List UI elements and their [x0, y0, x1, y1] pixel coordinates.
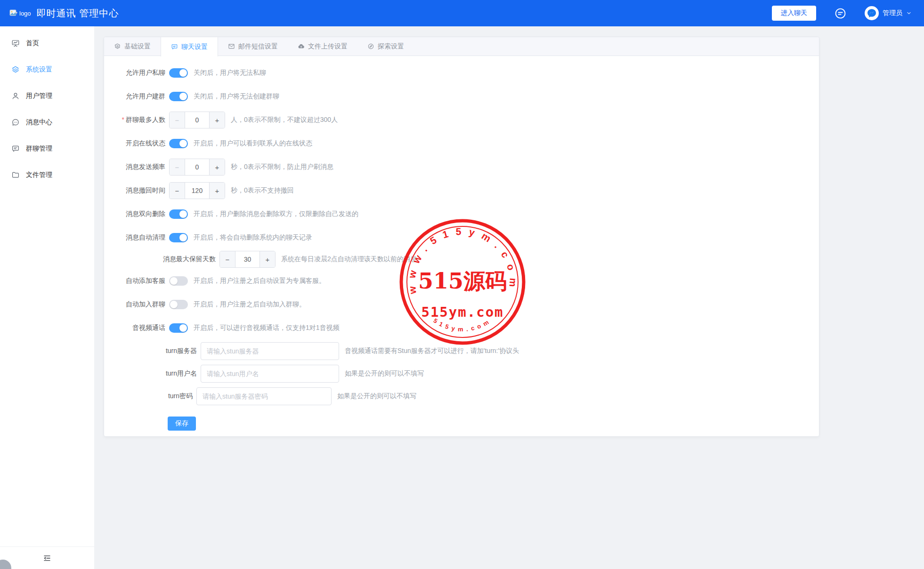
field-label: 自动加入群聊: [113, 300, 165, 309]
increase-button[interactable]: +: [259, 251, 275, 267]
sidebar-item-label: 文件管理: [26, 171, 52, 179]
increase-button[interactable]: +: [209, 183, 225, 199]
field-label: 开启在线状态: [113, 139, 165, 148]
logo-alt-text: logo: [19, 10, 31, 17]
field-label: 自动添加客服: [113, 277, 165, 285]
sidebar-item-home[interactable]: 首页: [0, 30, 94, 56]
tab-basic-settings[interactable]: 基础设置: [104, 37, 161, 56]
form-row-save: 保存: [113, 414, 819, 433]
sidebar-item-message-center[interactable]: 消息中心: [0, 109, 94, 136]
required-mark: *: [122, 116, 124, 123]
upload-cloud-icon: [298, 43, 305, 50]
chat-icon: [171, 43, 178, 50]
user-icon: [11, 92, 20, 100]
sidebar-collapse-button[interactable]: [0, 546, 94, 569]
mail-icon: [228, 43, 235, 50]
collapse-menu-icon: [43, 554, 51, 562]
private-chat-toggle[interactable]: [169, 68, 188, 78]
form-row-auto-join-group: 自动加入群聊 开启后，用户注册之后自动加入群聊。: [113, 295, 819, 314]
field-hint: 音视频通话需要有Stun服务器才可以进行，请加'turn:'协议头: [345, 347, 519, 355]
form-row-recall-time: 消息撤回时间 − 120 + 秒，0表示不支持撤回: [113, 181, 819, 200]
turn-password-input[interactable]: [196, 387, 332, 405]
online-status-toggle[interactable]: [169, 139, 188, 148]
decrease-button[interactable]: −: [220, 251, 235, 267]
sidebar-item-users[interactable]: 用户管理: [0, 83, 94, 109]
toggle-knob: [179, 93, 187, 100]
enter-chat-button[interactable]: 进入聊天: [772, 6, 816, 21]
toggle-knob: [179, 69, 187, 77]
field-hint: 人，0表示不限制，不建议超过300人: [231, 116, 338, 124]
increase-button[interactable]: +: [209, 112, 225, 128]
toggle-knob: [179, 324, 187, 332]
sidebar-item-system-settings[interactable]: 系统设置: [0, 56, 94, 83]
max-members-stepper: − 0 +: [169, 112, 225, 128]
toggle-knob: [170, 301, 178, 308]
field-hint: 开启后，用户可以看到联系人的在线状态: [194, 139, 312, 148]
auto-clean-toggle[interactable]: [169, 233, 188, 242]
group-chat-icon: [11, 144, 20, 153]
main-content: 基础设置 聊天设置 邮件短信设置: [94, 26, 924, 569]
field-label: turn服务器: [113, 347, 197, 355]
tab-mail-sms-settings[interactable]: 邮件短信设置: [218, 37, 288, 56]
form-row-private-chat: 允许用户私聊 关闭后，用户将无法私聊: [113, 64, 819, 82]
sidebar-item-group-chat[interactable]: 群聊管理: [0, 136, 94, 162]
page-title: 即时通讯 管理中心: [37, 7, 119, 20]
decrease-button[interactable]: −: [170, 183, 185, 199]
stepper-value[interactable]: 30: [235, 251, 259, 267]
tab-label: 邮件短信设置: [238, 42, 278, 51]
form-row-max-group-members: *群聊最多人数 − 0 + 人，0表示不限制，不建议超过300人: [113, 111, 819, 129]
form-row-send-frequency: 消息发送频率 − 0 + 秒，0表示不限制，防止用户刷消息: [113, 158, 819, 176]
sidebar-item-files[interactable]: 文件管理: [0, 162, 94, 188]
av-call-toggle[interactable]: [169, 323, 188, 333]
decrease-button[interactable]: −: [170, 159, 185, 175]
sidebar-item-label: 系统设置: [26, 65, 52, 74]
avatar[interactable]: [865, 6, 879, 20]
stepper-value[interactable]: 0: [185, 159, 209, 175]
turn-server-input[interactable]: [201, 342, 339, 360]
tab-label: 聊天设置: [181, 43, 208, 51]
app-header: logo 即时通讯 管理中心 进入聊天 管理员: [0, 0, 924, 26]
dashboard-icon: [11, 39, 20, 48]
stepper-value[interactable]: 120: [185, 183, 209, 199]
field-hint: 开启后，用户注册之后自动加入群聊。: [194, 300, 306, 309]
create-group-toggle[interactable]: [169, 92, 188, 101]
tab-discover-settings[interactable]: 探索设置: [357, 37, 414, 56]
two-way-delete-toggle[interactable]: [169, 209, 188, 219]
logo-broken-image: logo: [9, 9, 31, 17]
admin-menu[interactable]: 管理员: [865, 6, 912, 20]
field-label: 音视频通话: [113, 324, 165, 332]
message-bubble-icon[interactable]: [834, 7, 847, 20]
toggle-knob: [179, 234, 187, 241]
retention-days-stepper: − 30 +: [219, 251, 276, 268]
auto-join-group-toggle[interactable]: [169, 300, 188, 309]
field-hint: 开启后，用户删除消息会删除双方，仅限删除自己发送的: [194, 210, 358, 218]
form-row-turn-username: turn用户名 如果是公开的则可以不填写: [113, 365, 819, 383]
save-button[interactable]: 保存: [168, 417, 196, 431]
auto-add-service-toggle[interactable]: [169, 276, 188, 286]
toggle-knob: [179, 210, 187, 218]
field-hint: 如果是公开的则可以不填写: [345, 369, 424, 378]
field-hint: 秒，0表示不限制，防止用户刷消息: [231, 163, 333, 171]
sidebar-item-label: 消息中心: [26, 118, 52, 127]
form-row-auto-add-service: 自动添加客服 开启后，用户注册之后自动设置为专属客服。: [113, 272, 819, 290]
field-label: turn密码: [113, 392, 193, 401]
tab-file-upload-settings[interactable]: 文件上传设置: [288, 37, 357, 56]
field-hint: 秒，0表示不支持撤回: [231, 186, 294, 195]
sidebar-item-label: 用户管理: [26, 92, 52, 100]
sidebar-item-label: 首页: [26, 39, 39, 48]
stepper-value[interactable]: 0: [185, 112, 209, 128]
decrease-button[interactable]: −: [170, 112, 185, 128]
field-label: turn用户名: [113, 369, 197, 378]
form-row-av-call: 音视频通话 开启后，可以进行音视频通话，仅支持1对1音视频: [113, 319, 819, 337]
tab-label: 文件上传设置: [308, 42, 348, 51]
field-label: 消息自动清理: [113, 233, 165, 242]
form-row-auto-clean: 消息自动清理 开启后，将会自动删除系统内的聊天记录: [113, 228, 819, 247]
increase-button[interactable]: +: [209, 159, 225, 175]
field-label: 消息双向删除: [113, 210, 165, 218]
turn-username-input[interactable]: [201, 365, 339, 383]
field-hint: 系统在每日凌晨2点自动清理该天数以前的消息: [281, 255, 417, 264]
form-row-create-group: 允许用户建群 关闭后，用户将无法创建群聊: [113, 87, 819, 106]
field-label: 消息撤回时间: [113, 186, 165, 195]
form-row-two-way-delete: 消息双向删除 开启后，用户删除消息会删除双方，仅限删除自己发送的: [113, 205, 819, 224]
tab-chat-settings[interactable]: 聊天设置: [161, 37, 218, 56]
